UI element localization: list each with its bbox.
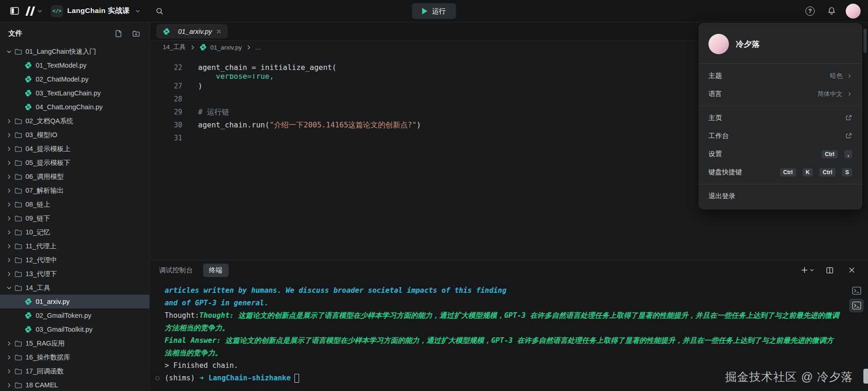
chevron-down-icon <box>6 49 13 55</box>
bell-icon[interactable] <box>824 4 838 18</box>
chevron-right-icon <box>6 243 13 249</box>
shortcuts-keys: CtrlKCtrlS <box>778 168 852 177</box>
breadcrumb-item[interactable]: 14_工具 <box>163 43 186 51</box>
search-icon[interactable] <box>153 4 166 18</box>
app: LangChain 实战课 运行 文件 <box>0 0 868 391</box>
terminal-session-icon[interactable] <box>850 284 863 297</box>
menu-item-theme[interactable]: 主题 暗色 <box>699 67 862 85</box>
tab-terminal[interactable]: 终端 <box>203 264 229 277</box>
tab-01-arxiv[interactable]: 01_arxiv.py <box>156 24 228 38</box>
watermark: 掘金技术社区 @ 冷夕落 <box>725 369 853 385</box>
breadcrumb-item[interactable]: ... <box>255 44 261 51</box>
folder-icon <box>14 145 22 153</box>
folder-icon <box>14 201 22 208</box>
menu-item-homepage[interactable]: 主页 <box>699 109 862 127</box>
terminal-line: and of GPT-3 in general. <box>165 297 840 309</box>
file-tree: 01_LangChain快速入门01_TextModel.py02_ChatMo… <box>0 44 149 391</box>
tree-folder-item[interactable]: 05_提示模板下 <box>0 156 149 170</box>
tree-file-item[interactable]: 02_GmailToken.py <box>0 309 149 322</box>
line-number: 29 <box>150 106 182 119</box>
tree-file-item[interactable]: 01_TextModel.py <box>0 58 149 72</box>
tree-folder-item[interactable]: 11_代理上 <box>0 239 149 253</box>
file-explorer: 文件 01_LangChain快速入门01_TextModel.py02_Cha… <box>0 22 150 391</box>
play-icon <box>422 8 428 14</box>
chevron-right-icon <box>6 132 13 138</box>
close-panel-icon[interactable] <box>845 263 859 277</box>
tree-folder-item[interactable]: 10_记忆 <box>0 225 149 239</box>
menu-item-language[interactable]: 语言 简体中文 <box>699 85 862 103</box>
chevron-right-icon <box>246 44 252 50</box>
kbd-key: S <box>842 168 852 177</box>
chevron-down-icon[interactable] <box>37 8 43 14</box>
python-file-icon <box>24 298 32 305</box>
tree-item-label: 10_记忆 <box>26 228 50 237</box>
tree-folder-item[interactable]: 15_RAG应用 <box>0 336 149 350</box>
tree-file-item[interactable]: 03_TextLangChain.py <box>0 86 149 100</box>
tree-item-label: 08_链上 <box>26 200 50 209</box>
topbar: LangChain 实战课 运行 <box>0 0 868 22</box>
user-menu-header: 冷夕落 <box>699 26 862 61</box>
folder-icon <box>14 159 22 167</box>
run-label: 运行 <box>432 7 446 16</box>
settings-keys: Ctrl, <box>819 150 852 158</box>
tree-folder-item[interactable]: 12_代理中 <box>0 253 149 267</box>
tree-item-label: 11_代理上 <box>26 242 57 251</box>
folder-icon <box>14 340 22 347</box>
avatar[interactable] <box>846 4 861 19</box>
tree-item-label: 12_代理中 <box>26 256 57 265</box>
tree-item-label: 04_ChatLongChain.py <box>36 103 102 111</box>
tree-item-label: 04_提示模板上 <box>26 145 70 153</box>
menu-item-settings[interactable]: 设置 Ctrl, <box>699 145 862 163</box>
tree-item-label: 14_工具 <box>26 284 50 292</box>
tree-file-item[interactable]: 01_arxiv.py <box>0 295 149 309</box>
chevron-down-icon <box>135 8 140 14</box>
new-terminal-button[interactable] <box>801 266 814 274</box>
tree-folder-item[interactable]: 16_操作数据库 <box>0 350 149 364</box>
terminal-list-rail <box>848 284 865 312</box>
tree-folder-item[interactable]: 04_提示模板上 <box>0 142 149 156</box>
tree-folder-item[interactable]: 09_链下 <box>0 211 149 225</box>
tree-folder-item[interactable]: 02_文档QA系统 <box>0 114 149 128</box>
tree-folder-item[interactable]: 17_回调函数 <box>0 364 149 378</box>
python-file-icon <box>24 312 32 319</box>
tab-debug-console[interactable]: 调试控制台 <box>159 266 193 275</box>
tree-folder-item[interactable]: 01_LangChain快速入门 <box>0 44 149 58</box>
new-file-icon[interactable] <box>113 28 123 38</box>
scrollbar-thumb[interactable] <box>863 29 867 53</box>
help-icon[interactable] <box>803 4 817 18</box>
tree-folder-item[interactable]: 13_代理下 <box>0 267 149 281</box>
code-icon <box>51 5 63 17</box>
python-file-icon <box>24 89 32 97</box>
menu-item-logout[interactable]: 退出登录 <box>699 187 862 205</box>
kbd-key: , <box>844 150 852 158</box>
breadcrumb-item[interactable]: 01_arxiv.py <box>211 44 242 51</box>
tree-file-item[interactable]: 04_ChatLongChain.py <box>0 100 149 114</box>
new-folder-icon[interactable] <box>131 28 141 38</box>
user-menu: 冷夕落 主题 暗色 语言 简体中文 主页 工作台 <box>699 23 862 209</box>
menu-label: 语言 <box>708 89 722 98</box>
run-button[interactable]: 运行 <box>412 3 456 19</box>
split-panel-icon[interactable] <box>823 263 836 277</box>
menu-label: 主页 <box>708 114 722 122</box>
tree-item-label: 09_链下 <box>26 214 50 223</box>
chevron-right-icon <box>6 160 13 166</box>
sidebar-toggle-icon[interactable] <box>7 4 21 18</box>
tree-folder-item[interactable]: 14_工具 <box>0 281 149 295</box>
close-icon[interactable] <box>216 29 222 34</box>
tree-folder-item[interactable]: 06_调用模型 <box>0 170 149 183</box>
project-switcher[interactable]: LangChain 实战课 <box>51 5 140 17</box>
tree-file-item[interactable]: 03_GmailToolkit.py <box>0 322 149 336</box>
tree-folder-item[interactable]: 03_模型IO <box>0 128 149 142</box>
menu-label: 退出登录 <box>708 192 735 201</box>
menu-item-workspace[interactable]: 工作台 <box>699 127 862 145</box>
tree-file-item[interactable]: 02_ChatModel.py <box>0 72 149 86</box>
terminal-session-icon[interactable] <box>850 299 863 312</box>
folder-icon <box>14 284 22 292</box>
tree-folder-item[interactable]: 08_链上 <box>0 197 149 211</box>
menu-value: 暗色 <box>830 72 842 80</box>
tree-folder-item[interactable]: 18 CAMEL <box>0 378 149 391</box>
tree-folder-item[interactable]: 07_解析输出 <box>0 183 149 197</box>
divider <box>699 106 862 106</box>
menu-item-shortcuts[interactable]: 键盘快捷键 CtrlKCtrlS <box>699 163 862 181</box>
app-logo-icon[interactable] <box>24 6 36 16</box>
